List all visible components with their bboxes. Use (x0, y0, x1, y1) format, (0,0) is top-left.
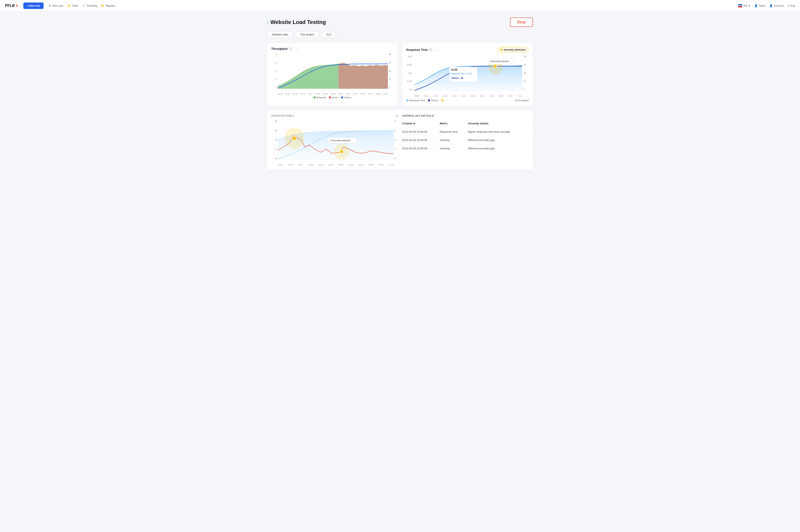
response-time-legend: Response Time VUsers (406, 99, 444, 102)
svg-point-24 (292, 136, 297, 140)
transaction-header: TRANSACTION 2 ▾ (271, 114, 398, 117)
table-row: 2014-04-03 16:58:09 Intensity Different … (402, 144, 529, 153)
svg-text:Response Time : 0.118: Response Time : 0.118 (451, 72, 472, 75)
back-button[interactable]: ‹ (267, 20, 268, 24)
header-left: PFLB+ + New test ☰ Test runs 📁 Tests 〜 T… (5, 2, 115, 9)
nav-test-runs[interactable]: ☰ Test runs (49, 4, 63, 7)
tab-test-project[interactable]: Test project (296, 31, 319, 38)
response-time-x-labels: 00:0000:4001:2001:5002:3003:1003:5004:30… (415, 95, 522, 97)
svg-text:01:50: 01:50 (451, 68, 457, 71)
cell-created-at: 2014-04-03 14:58:09 (402, 128, 440, 136)
main-nav: ☰ Test runs 📁 Tests 〜 Trending 📂 Reports (49, 4, 115, 8)
team-link[interactable]: 👤 Team (755, 4, 765, 7)
cell-metric: Intensity (440, 136, 468, 144)
response-time-title: Response Time ? anomaly detection (406, 47, 529, 53)
nav-reports[interactable]: 📂 Reports (101, 4, 115, 7)
anomalies-title: ANOMALIES DETAILS (402, 114, 529, 117)
throughput-card: Throughput ? 86420 604530150 (267, 43, 398, 106)
exit-link[interactable]: ⎋ Exit (788, 4, 795, 7)
svg-point-11 (494, 64, 497, 68)
cell-metric: Intensity (440, 144, 468, 153)
throughput-loading (294, 47, 298, 51)
anomaly-dot-icon (500, 49, 502, 51)
trending-icon: 〜 (82, 4, 85, 8)
charts-row: Throughput ? 86420 604530150 (267, 43, 533, 106)
team-icon: 👤 (755, 4, 758, 7)
response-time-loading (434, 48, 438, 52)
table-row: 2014-04-03 16:58:09 Intensity Different … (402, 136, 529, 144)
transaction-dropdown[interactable]: ▾ (396, 114, 398, 117)
page-title: Website Load Testing (270, 19, 326, 25)
page-tabs: Detailed stats Test project SLA (267, 31, 533, 38)
chevron-down-icon: ▾ (749, 4, 750, 7)
svg-text:3 Anomalies detected: 3 Anomalies detected (330, 139, 350, 141)
anomalies-section: ANOMALIES DETAILS Created at Metric Anom… (402, 114, 529, 166)
response-time-info-icon[interactable]: ? (430, 48, 432, 51)
transaction-chart: 8s6s4s2s0s 86420 (271, 120, 398, 166)
throughput-chart-area (278, 53, 388, 89)
col-anomaly-details: Anomaly details (468, 120, 529, 128)
page-title-row: ‹ Website Load Testing (267, 19, 326, 25)
exit-icon: ⎋ (788, 4, 789, 7)
logo-plus: + (16, 3, 18, 8)
cell-created-at: 2014-04-03 16:58:09 (402, 144, 440, 153)
account-icon: 👤 (769, 4, 773, 7)
response-time-card: Response Time ? anomaly detection 0.6s0.… (402, 43, 533, 106)
list-icon: ☰ (49, 4, 51, 7)
logo: PFLB+ (5, 3, 18, 8)
throughput-x-labels: 00:1000:4001:1001:4002:1002:4003:1003:40… (278, 93, 388, 95)
transaction-label: TRANSACTION 2 (271, 114, 294, 117)
throughput-title: Throughput ? (271, 47, 394, 51)
stop-button[interactable]: Stop (510, 18, 533, 27)
response-time-chart: 0.6s0.45s0.3s0.15s0s 604530150 (406, 55, 529, 97)
throughput-y2-labels: 604530150 (389, 53, 394, 89)
col-created-at: Created at (402, 120, 440, 128)
transaction-section: TRANSACTION 2 ▾ 8s6s4s2s0s 86420 (271, 114, 398, 166)
transaction-chart-area: 3 Anomalies detected (278, 120, 394, 159)
throughput-chart: 86420 604530150 (271, 53, 394, 95)
response-time-chart-area: 01:50 Response Time : 0.118 VUsers : 38 … (415, 55, 522, 91)
app-header: PFLB+ + New test ☰ Test runs 📁 Tests 〜 T… (0, 0, 800, 12)
nav-tests[interactable]: 📁 Tests (67, 4, 78, 7)
anomaly-detection-badge[interactable]: anomaly detection (497, 47, 529, 53)
lang-label: EN (744, 4, 747, 7)
account-link[interactable]: 👤 Account (769, 4, 783, 7)
response-time-y-labels: 0.6s0.45s0.3s0.15s0s (406, 55, 412, 91)
transaction-y-labels: 8s6s4s2s0s (271, 120, 277, 159)
svg-text:VUsers : 38: VUsers : 38 (451, 77, 463, 79)
transaction-y2-labels: 86420 (395, 120, 398, 159)
cell-created-at: 2014-04-03 16:58:09 (402, 136, 440, 144)
cell-anomaly-details: Different anomaly type (468, 136, 529, 144)
svg-point-26 (340, 150, 343, 153)
throughput-legend: Requests Errors VUsers (271, 96, 394, 99)
folder-icon: 📁 (67, 4, 71, 7)
anomalies-table: Created at Metric Anomaly details 2014-0… (402, 120, 529, 153)
page-header: ‹ Website Load Testing Stop (267, 18, 533, 27)
cell-metric: Response time (440, 128, 468, 136)
logo-text: PFLB (5, 3, 15, 8)
table-row: 2014-04-03 14:58:09 Response time Higher… (402, 128, 529, 136)
page-content: ‹ Website Load Testing Stop Detailed sta… (261, 12, 539, 176)
tab-sla[interactable]: SLA (321, 31, 336, 38)
header-right: EN ▾ 👤 Team 👤 Account ⎋ Exit (738, 4, 795, 7)
cell-anomaly-details: Different anomaly type (468, 144, 529, 153)
reports-icon: 📂 (101, 4, 104, 7)
transaction-x-labels: 00:0000:4001:2002:0002:4003:2004:0004:40… (278, 164, 394, 166)
new-test-button[interactable]: + New test (23, 2, 43, 9)
cell-anomaly-details: Higher response time than average (468, 128, 529, 136)
col-metric: Metric (440, 120, 468, 128)
throughput-y-labels: 86420 (271, 53, 277, 89)
bottom-card: TRANSACTION 2 ▾ 8s6s4s2s0s 86420 (267, 110, 533, 170)
svg-text:3 Anomalies detected: 3 Anomalies detected (490, 60, 509, 62)
throughput-info-icon[interactable]: ? (289, 47, 292, 50)
response-time-y2-labels: 604530150 (524, 55, 529, 91)
anomalies-count: 63 Anomalies (515, 99, 529, 102)
tab-detailed-stats[interactable]: Detailed stats (267, 31, 293, 38)
nav-trending[interactable]: 〜 Trending (82, 4, 97, 8)
lang-selector[interactable]: EN ▾ (738, 4, 750, 7)
flag-icon (738, 4, 742, 7)
